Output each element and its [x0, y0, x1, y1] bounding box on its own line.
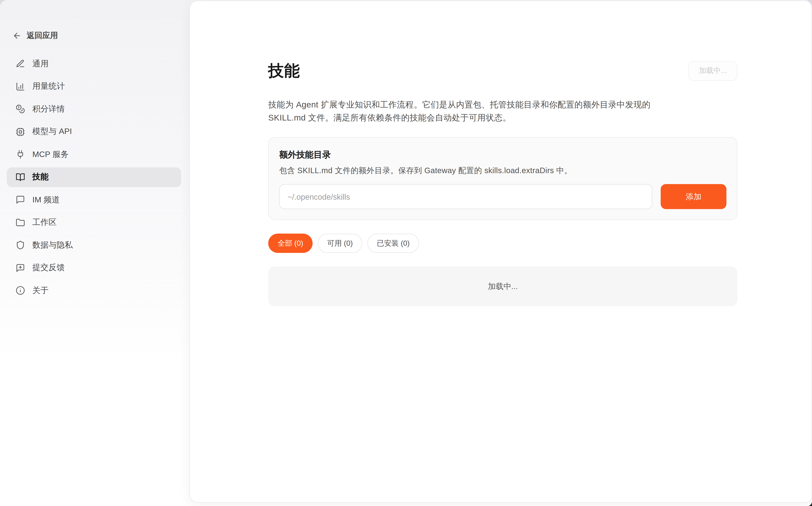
back-to-app-button[interactable]: 返回应用	[12, 31, 58, 41]
extra-dirs-form: 添加	[279, 184, 727, 209]
filter-pills: 全部 (0) 可用 (0) 已安装 (0)	[268, 234, 737, 253]
add-directory-button[interactable]: 添加	[661, 184, 727, 209]
bar-chart-icon	[16, 82, 25, 91]
folder-icon	[16, 218, 25, 227]
plug-icon	[16, 150, 25, 159]
skills-loading-panel: 加载中...	[268, 266, 737, 306]
sidebar-item-label: 提交反馈	[32, 262, 65, 273]
sidebar-item-label: 用量统计	[32, 81, 65, 92]
sidebar-item-label: 数据与隐私	[32, 240, 73, 251]
sidebar-item-im-channels[interactable]: IM 频道	[7, 190, 181, 210]
coins-icon	[16, 104, 25, 114]
refresh-loading-button[interactable]: 加载中...	[688, 61, 737, 81]
sidebar-item-about[interactable]: 关于	[7, 280, 181, 301]
sidebar-item-credits[interactable]: 积分详情	[7, 99, 181, 119]
filter-pill-label: 已安装 (0)	[377, 239, 410, 248]
sidebar-item-mcp-services[interactable]: MCP 服务	[7, 145, 181, 165]
sidebar-item-label: IM 频道	[32, 194, 60, 205]
sidebar-item-label: 工作区	[32, 217, 57, 228]
message-square-icon	[16, 195, 25, 204]
extra-dirs-title: 额外技能目录	[279, 149, 727, 161]
book-open-icon	[16, 172, 25, 182]
extra-dirs-description: 包含 SKILL.md 文件的额外目录。保存到 Gateway 配置的 skil…	[279, 166, 727, 176]
filter-pill-label: 全部 (0)	[278, 239, 303, 248]
sidebar-item-label: 关于	[32, 285, 49, 296]
sidebar-item-label: 技能	[32, 172, 49, 182]
back-to-app-label: 返回应用	[26, 31, 58, 41]
filter-pill-all[interactable]: 全部 (0)	[268, 234, 313, 253]
filter-pill-label: 可用 (0)	[327, 239, 353, 248]
filter-pill-available[interactable]: 可用 (0)	[318, 234, 362, 253]
extra-dirs-card: 额外技能目录 包含 SKILL.md 文件的额外目录。保存到 Gateway 配…	[268, 137, 737, 220]
sidebar-item-workspace[interactable]: 工作区	[7, 213, 181, 233]
arrow-left-icon	[12, 31, 21, 40]
page-header: 技能 加载中...	[268, 52, 737, 90]
pen-line-icon	[16, 59, 25, 69]
info-icon	[16, 286, 25, 295]
page-description: 技能为 Agent 扩展专业知识和工作流程。它们是从内置包、托管技能目录和你配置…	[268, 98, 676, 124]
page-title: 技能	[268, 62, 300, 80]
sidebar-item-data-privacy[interactable]: 数据与隐私	[7, 235, 181, 255]
cpu-icon	[16, 127, 25, 137]
sidebar-item-label: 积分详情	[32, 103, 65, 114]
sidebar-nav: 通用 用量统计 积分详情 模型与 API MCP 服务 技能 IM 频道 工作区…	[7, 54, 181, 301]
shield-icon	[16, 240, 25, 250]
main-panel: 技能 加载中... 技能为 Agent 扩展专业知识和工作流程。它们是从内置包、…	[190, 1, 812, 503]
sidebar-item-feedback[interactable]: 提交反馈	[7, 258, 181, 278]
sidebar-item-models-api[interactable]: 模型与 API	[7, 122, 181, 142]
loading-text: 加载中...	[488, 281, 518, 291]
sidebar-item-label: 模型与 API	[32, 126, 72, 137]
message-square-plus-icon	[16, 263, 25, 273]
sidebar-item-skills[interactable]: 技能	[7, 167, 181, 187]
sidebar: 返回应用 通用 用量统计 积分详情 模型与 API MCP 服务 技能 IM 频…	[0, 0, 190, 506]
sidebar-item-label: MCP 服务	[32, 149, 69, 160]
sidebar-item-usage-stats[interactable]: 用量统计	[7, 76, 181, 96]
screen: 返回应用 通用 用量统计 积分详情 模型与 API MCP 服务 技能 IM 频…	[0, 0, 812, 506]
filter-pill-installed[interactable]: 已安装 (0)	[367, 234, 419, 253]
directory-input[interactable]	[279, 184, 652, 209]
sidebar-item-general[interactable]: 通用	[7, 54, 181, 74]
sidebar-item-label: 通用	[32, 58, 49, 69]
